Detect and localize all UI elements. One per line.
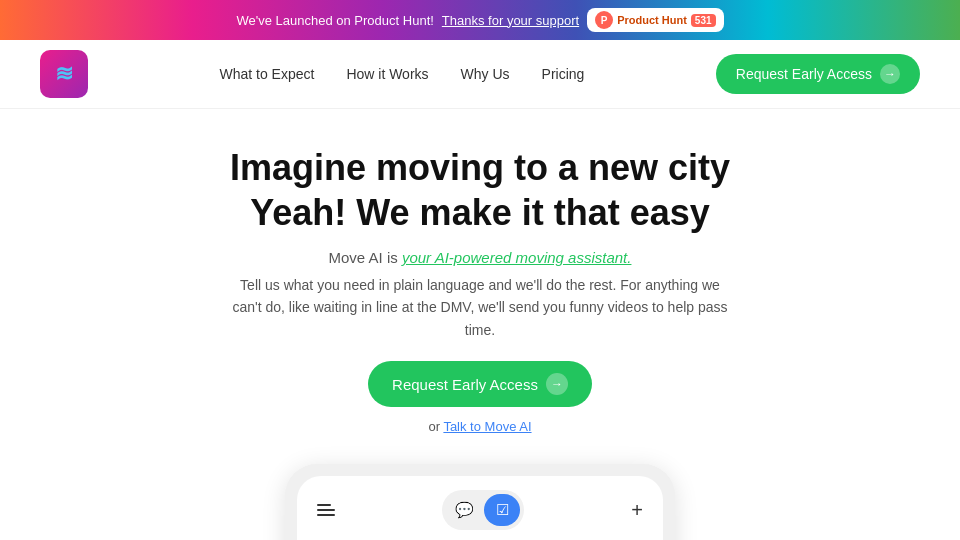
nav-how-it-works[interactable]: How it Works [346, 66, 428, 82]
hero-title-line2: Yeah! We make it that easy [250, 192, 710, 233]
top-banner: We've Launched on Product Hunt! Thanks f… [0, 0, 960, 40]
nav-pricing[interactable]: Pricing [542, 66, 585, 82]
hamburger-line2 [317, 509, 335, 511]
phone-section: 💬 ☑ + Aug 25 - Aug 31 Premier Moving Sol… [0, 454, 960, 540]
ph-count: 531 [691, 14, 716, 27]
hamburger-line1 [317, 504, 331, 506]
tab-list[interactable]: ☑ [484, 494, 520, 526]
add-button[interactable]: + [631, 499, 643, 522]
chat-icon: 💬 [455, 501, 474, 519]
hero-subtitle: Move AI is your AI-powered moving assist… [20, 249, 940, 266]
hero-cta-label: Request Early Access [392, 376, 538, 393]
ph-logo-icon: P [595, 11, 613, 29]
nav-why-us[interactable]: Why Us [461, 66, 510, 82]
hero-cta-arrow-icon: → [546, 373, 568, 395]
hero-cta-button[interactable]: Request Early Access → [368, 361, 592, 407]
logo-wave-icon: ≋ [55, 61, 73, 87]
hero-cta-wrapper: Request Early Access → [20, 361, 940, 415]
toolbar-tabs: 💬 ☑ [442, 490, 524, 530]
nav-cta-label: Request Early Access [736, 66, 872, 82]
ph-label: Product Hunt [617, 14, 687, 26]
nav-cta-arrow-icon: → [880, 64, 900, 84]
list-icon: ☑ [496, 501, 509, 519]
hero-alt-link[interactable]: Talk to Move AI [443, 419, 531, 434]
hero-alt-link-text: or Talk to Move AI [20, 419, 940, 434]
logo[interactable]: ≋ [40, 50, 88, 98]
phone-toolbar: 💬 ☑ + [297, 476, 663, 540]
phone-frame: 💬 ☑ + Aug 25 - Aug 31 Premier Moving Sol… [285, 464, 675, 540]
hero-title-line1: Imagine moving to a new city [230, 147, 730, 188]
nav-cta-button[interactable]: Request Early Access → [716, 54, 920, 94]
phone-inner: 💬 ☑ + Aug 25 - Aug 31 Premier Moving Sol… [297, 476, 663, 540]
product-hunt-badge[interactable]: P Product Hunt 531 [587, 8, 723, 32]
hero-section: Imagine moving to a new city Yeah! We ma… [0, 109, 960, 454]
hero-title: Imagine moving to a new city Yeah! We ma… [20, 145, 940, 235]
navbar: ≋ What to Expect How it Works Why Us Pri… [0, 40, 960, 109]
hero-description: Tell us what you need in plain language … [230, 274, 730, 341]
nav-links: What to Expect How it Works Why Us Prici… [219, 66, 584, 82]
banner-launch-text: We've Launched on Product Hunt! [236, 13, 433, 28]
banner-support-link[interactable]: Thanks for your support [442, 13, 579, 28]
hero-subtitle-link[interactable]: your AI-powered moving assistant. [402, 249, 632, 266]
hero-alt-prefix: or [428, 419, 443, 434]
tab-chat[interactable]: 💬 [446, 494, 482, 526]
nav-what-to-expect[interactable]: What to Expect [219, 66, 314, 82]
hamburger-menu-icon[interactable] [317, 504, 335, 516]
hero-subtitle-prefix: Move AI is [329, 249, 402, 266]
hamburger-line3 [317, 514, 335, 516]
